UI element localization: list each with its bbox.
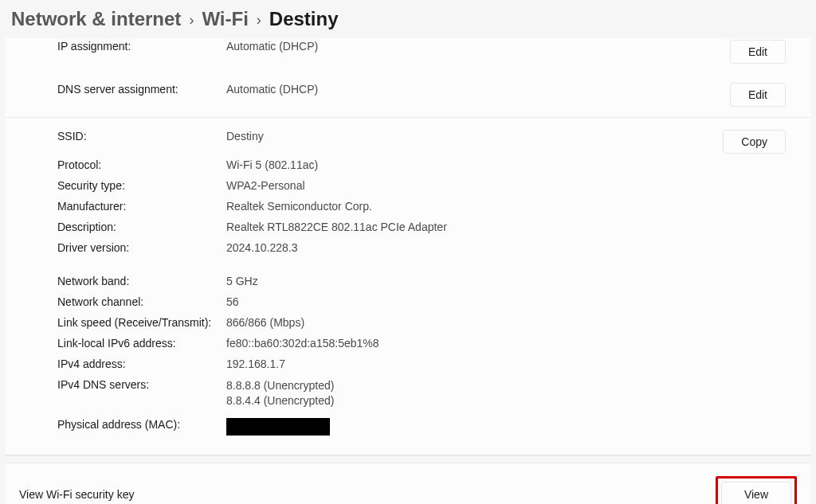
- ip-assignment-label: IP assignment:: [5, 40, 226, 53]
- mac-address-value: [226, 418, 716, 438]
- link-speed-value: 866/866 (Mbps): [226, 316, 716, 329]
- ipv4-dns-label: IPv4 DNS servers:: [5, 378, 226, 391]
- driver-version-value: 2024.10.228.3: [226, 241, 716, 254]
- manufacturer-label: Manufacturer:: [5, 200, 226, 213]
- security-type-label: Security type:: [5, 179, 226, 192]
- network-details-section: SSID: Destiny Copy Protocol: Wi-Fi 5 (80…: [5, 118, 811, 455]
- ipv4-address-row: IPv4 address: 192.168.1.7: [5, 355, 811, 376]
- ipv4-dns-value-1: 8.8.8.8 (Unencrypted): [226, 378, 716, 393]
- breadcrumb: Network & internet › Wi-Fi › Destiny: [0, 0, 816, 38]
- chevron-right-icon: ›: [249, 12, 269, 29]
- ip-assignment-row: IP assignment: Automatic (DHCP) Edit: [5, 40, 811, 66]
- network-band-row: Network band: 5 GHz: [5, 272, 811, 293]
- copy-button[interactable]: Copy: [723, 130, 786, 154]
- breadcrumb-level-1[interactable]: Network & internet: [11, 8, 181, 30]
- mac-address-label: Physical address (MAC):: [5, 418, 226, 431]
- manufacturer-value: Realtek Semiconductor Corp.: [226, 200, 716, 213]
- protocol-label: Protocol:: [5, 158, 226, 171]
- dns-assignment-label: DNS server assignment:: [5, 83, 226, 96]
- wifi-details-panel: IP assignment: Automatic (DHCP) Edit DNS…: [5, 38, 811, 456]
- network-channel-value: 56: [226, 295, 716, 308]
- ipv4-address-value: 192.168.1.7: [226, 357, 716, 370]
- ip-assignment-value: Automatic (DHCP): [226, 40, 716, 53]
- view-security-key-button[interactable]: View: [721, 482, 791, 504]
- edit-dns-button[interactable]: Edit: [730, 83, 786, 107]
- driver-version-row: Driver version: 2024.10.228.3: [5, 239, 811, 260]
- ipv4-dns-value: 8.8.8.8 (Unencrypted) 8.8.4.4 (Unencrypt…: [226, 378, 716, 408]
- link-speed-row: Link speed (Receive/Transmit): 866/866 (…: [5, 314, 811, 334]
- ipv4-dns-row: IPv4 DNS servers: 8.8.8.8 (Unencrypted) …: [5, 376, 811, 411]
- driver-version-label: Driver version:: [5, 241, 226, 254]
- link-speed-label: Link speed (Receive/Transmit):: [5, 316, 226, 329]
- ip-assignment-section: IP assignment: Automatic (DHCP) Edit DNS…: [5, 38, 811, 118]
- link-local-ipv6-label: Link-local IPv6 address:: [5, 337, 226, 350]
- dns-assignment-value: Automatic (DHCP): [226, 83, 716, 96]
- view-button-highlight: View: [716, 476, 797, 504]
- network-channel-row: Network channel: 56: [5, 293, 811, 314]
- link-local-ipv6-value: fe80::ba60:302d:a158:5eb1%8: [226, 337, 716, 350]
- network-band-value: 5 GHz: [226, 275, 716, 287]
- network-band-label: Network band:: [5, 275, 226, 287]
- link-local-ipv6-row: Link-local IPv6 address: fe80::ba60:302d…: [5, 334, 811, 355]
- description-value: Realtek RTL8822CE 802.11ac PCIe Adapter: [226, 221, 716, 233]
- ssid-value: Destiny: [226, 130, 716, 143]
- ipv4-address-label: IPv4 address:: [5, 357, 226, 370]
- breadcrumb-level-3: Destiny: [269, 8, 339, 30]
- network-channel-label: Network channel:: [5, 295, 226, 308]
- manufacturer-row: Manufacturer: Realtek Semiconductor Corp…: [5, 197, 811, 218]
- security-key-panel: View Wi-Fi security key View: [5, 463, 811, 504]
- security-key-label: View Wi-Fi security key: [19, 488, 134, 501]
- dns-assignment-row: DNS server assignment: Automatic (DHCP) …: [5, 80, 811, 109]
- security-type-value: WPA2-Personal: [226, 179, 716, 192]
- chevron-right-icon: ›: [181, 12, 202, 29]
- description-label: Description:: [5, 221, 226, 233]
- description-row: Description: Realtek RTL8822CE 802.11ac …: [5, 218, 811, 239]
- edit-ip-button[interactable]: Edit: [730, 40, 786, 64]
- breadcrumb-level-2[interactable]: Wi-Fi: [202, 8, 248, 30]
- mac-address-redacted: [226, 418, 330, 436]
- protocol-value: Wi-Fi 5 (802.11ac): [226, 158, 716, 171]
- mac-address-row: Physical address (MAC):: [5, 416, 811, 440]
- protocol-row: Protocol: Wi-Fi 5 (802.11ac): [5, 156, 811, 177]
- security-type-row: Security type: WPA2-Personal: [5, 177, 811, 197]
- ipv4-dns-value-2: 8.8.4.4 (Unencrypted): [226, 393, 716, 408]
- ssid-row: SSID: Destiny Copy: [5, 127, 811, 156]
- ssid-label: SSID:: [5, 130, 226, 143]
